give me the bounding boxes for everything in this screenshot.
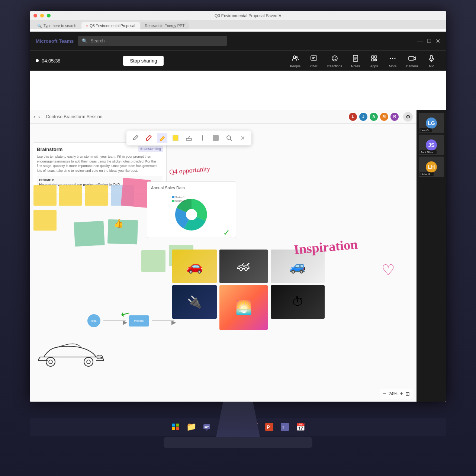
taskbar-chat[interactable] xyxy=(200,420,213,434)
forward-button[interactable]: › xyxy=(38,114,40,120)
close-icon[interactable]: ✕ xyxy=(435,38,440,45)
close-toolbar[interactable]: ✕ xyxy=(237,133,248,143)
thumbs-up-emoji: 👍 xyxy=(113,219,123,228)
camera-label: Camera xyxy=(406,64,418,68)
whiteboard-container[interactable]: ‹ › Contoso Brainstorm Session L J A M R… xyxy=(30,110,417,402)
participant-name-3: Lidia H... xyxy=(419,172,434,176)
svg-rect-30 xyxy=(176,424,179,427)
marker-tool[interactable] xyxy=(144,133,154,143)
meeting-timer: 04:05:38 xyxy=(36,58,61,64)
people-action[interactable]: People xyxy=(286,52,304,70)
svg-point-0 xyxy=(293,56,296,58)
back-button[interactable]: ‹ xyxy=(33,114,35,120)
avatar-4: M xyxy=(379,112,389,122)
gray-marker[interactable] xyxy=(210,133,221,143)
svg-rect-8 xyxy=(374,56,377,58)
browser-tab-search[interactable]: 🔍 Type here to search xyxy=(33,22,81,29)
settings-button[interactable]: ⚙ xyxy=(403,112,413,122)
teams-search[interactable]: 🔍 Search xyxy=(78,36,227,46)
participant-video-1: LG Lee G... xyxy=(419,113,444,133)
avatar-3: A xyxy=(369,112,379,122)
svg-rect-20 xyxy=(172,196,174,198)
mic-icon xyxy=(426,53,437,64)
heart-symbol: ♡ xyxy=(382,261,395,279)
more-action[interactable]: More xyxy=(384,52,402,70)
car-image-sunset: 🌅 xyxy=(219,285,268,330)
notes-icon xyxy=(350,53,361,64)
svg-rect-16 xyxy=(186,138,192,141)
svg-point-1 xyxy=(296,56,298,58)
camera-action[interactable]: Camera xyxy=(402,52,422,70)
participants-panel: LG Lee G... JS Joni Sher... LH Lidia H..… xyxy=(416,110,446,402)
svg-rect-22 xyxy=(172,200,174,202)
taskbar-powerpoint[interactable]: P xyxy=(263,420,276,434)
svg-point-19 xyxy=(186,209,197,220)
stop-sharing-button[interactable]: Stop sharing xyxy=(123,56,164,66)
participant-avatars: L J A M R xyxy=(348,112,399,122)
close-dot[interactable] xyxy=(33,14,37,17)
monitor-base xyxy=(164,437,312,448)
apps-label: Apps xyxy=(370,64,378,68)
svg-text:Series 1: Series 1 xyxy=(175,196,185,199)
fit-to-screen-button[interactable]: ⊡ xyxy=(405,391,410,397)
zoom-tool[interactable] xyxy=(224,133,234,143)
apps-icon xyxy=(369,53,379,64)
whiteboard-title: Contoso Brainstorm Session xyxy=(46,114,102,119)
whiteboard-nav: ‹ › Contoso Brainstorm Session L J A M R… xyxy=(30,110,417,124)
screen-content: Q3 Environmental Proposal Saved ∨ 🔍 Type… xyxy=(30,11,446,402)
thin-marker[interactable] xyxy=(197,133,208,143)
notes-label: Notes xyxy=(351,64,360,68)
avatar-5: R xyxy=(390,112,399,122)
zoom-level: 24% xyxy=(389,391,398,396)
car-sketch-svg xyxy=(33,333,107,370)
sticky-yellow-1 xyxy=(33,185,57,206)
whiteboard-canvas[interactable]: ✕ Brainstorm Use this template to easily… xyxy=(30,124,417,402)
sticky-green-1 xyxy=(74,221,104,247)
browser-tab-proposal[interactable]: ● Q3 Environmental Proposal xyxy=(81,22,139,29)
svg-rect-35 xyxy=(205,427,208,428)
svg-text:Series 2: Series 2 xyxy=(175,200,185,202)
reactions-icon xyxy=(329,53,340,64)
taskbar-explorer[interactable]: 📁 xyxy=(184,420,198,434)
zoom-out-button[interactable]: − xyxy=(383,390,386,397)
more-label: More xyxy=(389,64,397,68)
car-image-charging: 🔌 xyxy=(172,285,217,319)
avatar-1: L xyxy=(348,112,358,122)
flow-arrow-1: ▶ xyxy=(103,321,126,321)
taskbar-start[interactable] xyxy=(169,420,182,434)
maximize-icon[interactable]: □ xyxy=(427,38,431,44)
reactions-action[interactable]: Reactions xyxy=(324,52,346,70)
minimize-dot[interactable] xyxy=(40,14,44,17)
teams-topbar-actions: — □ ✕ xyxy=(417,38,440,45)
pen-tool[interactable] xyxy=(130,133,141,143)
participant-name-1: Lee G... xyxy=(419,128,432,132)
people-label: People xyxy=(290,64,300,68)
svg-point-11 xyxy=(390,58,391,59)
taskbar-calendar[interactable]: 📅 xyxy=(294,420,307,434)
chat-action[interactable]: Chat xyxy=(305,52,323,70)
eraser-tool[interactable] xyxy=(184,133,194,143)
participant-name-2: Joni Sher... xyxy=(419,150,437,154)
flow-diagram: Idea ▶ Process ▶ xyxy=(87,314,174,327)
teams-app: Microsoft Teams 🔍 Search — □ ✕ xyxy=(30,32,446,402)
svg-rect-2 xyxy=(311,56,317,60)
taskbar-teams[interactable]: T xyxy=(278,420,292,434)
sticky-yellow-4 xyxy=(33,210,57,231)
highlighter-tool[interactable] xyxy=(157,133,167,143)
yellow-marker[interactable] xyxy=(170,133,181,143)
flow-node-2: Process xyxy=(129,315,149,327)
maximize-dot[interactable] xyxy=(47,14,51,17)
minimize-icon[interactable]: — xyxy=(417,38,423,44)
main-content: ‹ › Contoso Brainstorm Session L J A M R… xyxy=(30,71,446,402)
mic-action[interactable]: Mic xyxy=(422,52,440,70)
browser-tab-ppt[interactable]: Renewable Energy PPT xyxy=(141,22,189,29)
notes-action[interactable]: Notes xyxy=(347,52,364,70)
zoom-in-button[interactable]: + xyxy=(400,390,403,397)
recording-dot xyxy=(36,59,39,62)
chart-card: Annual Sales Data xyxy=(147,181,236,238)
apps-action[interactable]: Apps xyxy=(365,52,383,70)
svg-rect-9 xyxy=(372,59,374,61)
svg-point-4 xyxy=(333,58,334,58)
participant-video-3: LH Lidia H... xyxy=(419,157,444,177)
chart-title: Annual Sales Data xyxy=(151,186,232,190)
